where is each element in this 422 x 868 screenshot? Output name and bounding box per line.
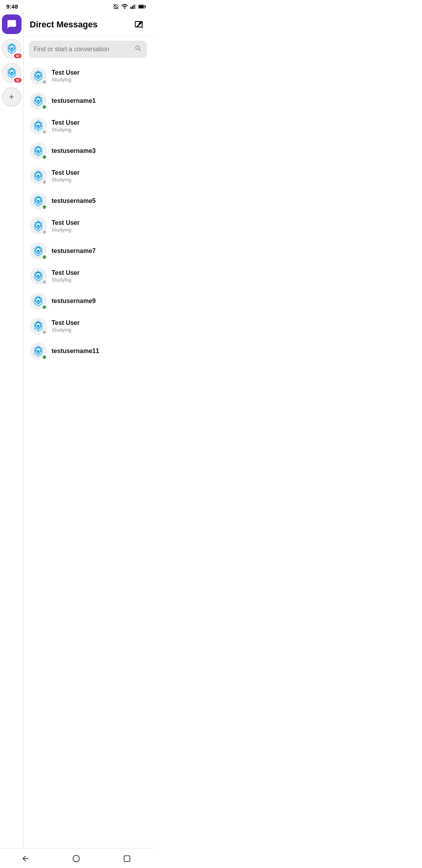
conversation-item[interactable]: testusername11 [23, 339, 152, 364]
avatar-wrap [30, 242, 47, 260]
status-dot [42, 355, 47, 360]
conv-status: Studying [52, 327, 146, 333]
server2-badge: 92 [13, 77, 22, 83]
svg-rect-1 [131, 7, 132, 9]
conversation-item[interactable]: testusername7 [23, 239, 152, 264]
conv-status: Studying [52, 177, 146, 183]
conversation-item[interactable]: Test User Studying [23, 213, 152, 239]
conversation-item[interactable]: Test User Studying [23, 63, 152, 88]
conv-name: Test User [52, 219, 146, 226]
main-content: Direct Messages [23, 11, 152, 848]
conv-info: Test User Studying [52, 269, 146, 283]
svg-rect-4 [135, 4, 136, 9]
conversations-list: Test User Studying testusername1 [23, 61, 152, 848]
battery-icon [138, 4, 146, 9]
conv-info: testusername11 [52, 348, 146, 355]
conv-status: Studying [52, 277, 146, 283]
conv-status: Studying [52, 227, 146, 233]
avatar-wrap [30, 217, 47, 235]
conv-name: testusername3 [52, 147, 146, 154]
conv-name: testusername9 [52, 298, 146, 305]
avatar-wrap [30, 92, 47, 109]
conversation-item[interactable]: Test User Studying [23, 113, 152, 138]
wifi-icon [121, 4, 128, 9]
svg-point-11 [11, 47, 13, 49]
conversation-item[interactable]: Test User Studying [23, 264, 152, 289]
svg-point-24 [37, 100, 39, 102]
avatar-wrap [30, 343, 47, 360]
status-dot [42, 154, 47, 160]
conversation-item[interactable]: testusername9 [23, 289, 152, 314]
conv-name: testusername5 [52, 197, 146, 204]
recent-button[interactable] [117, 852, 137, 866]
avatar-wrap [30, 167, 47, 185]
svg-point-40 [37, 200, 39, 202]
svg-rect-66 [124, 855, 130, 861]
status-dot [42, 179, 47, 185]
svg-point-36 [37, 175, 39, 177]
recent-icon [123, 854, 131, 863]
avatar-wrap [30, 117, 47, 135]
status-dot [42, 230, 47, 235]
svg-rect-2 [132, 6, 133, 9]
search-icon [134, 45, 142, 52]
svg-point-52 [37, 275, 39, 277]
sidebar-server-2[interactable]: 92 [2, 63, 21, 82]
message-icon [7, 19, 17, 29]
conv-info: Test User Studying [52, 69, 146, 82]
header: Direct Messages [23, 11, 152, 37]
compose-button[interactable] [132, 18, 146, 32]
signal-icon [130, 4, 136, 9]
status-dot [42, 330, 47, 335]
svg-point-44 [37, 225, 39, 227]
avatar-wrap [30, 192, 47, 210]
conv-name: testusername1 [52, 97, 146, 104]
conversation-item[interactable]: testusername1 [23, 88, 152, 113]
conv-name: Test User [52, 269, 146, 276]
conv-status: Studying [52, 127, 146, 133]
sidebar: 92 92 + [0, 11, 23, 848]
search-bar[interactable] [29, 41, 147, 58]
svg-point-64 [37, 350, 39, 352]
page-title: Direct Messages [30, 20, 98, 30]
conversation-item[interactable]: Test User Studying [23, 314, 152, 339]
status-dot [42, 204, 47, 210]
add-server-button[interactable]: + [2, 87, 21, 107]
avatar-wrap [30, 67, 47, 84]
conv-info: Test User Studying [52, 119, 146, 133]
conv-status: Studying [52, 77, 146, 82]
home-icon [72, 854, 80, 863]
back-icon [21, 854, 30, 863]
conversation-item[interactable]: testusername5 [23, 188, 152, 213]
conv-info: Test User Studying [52, 219, 146, 233]
mute-icon [113, 4, 119, 10]
conversation-item[interactable]: testusername3 [23, 138, 152, 163]
conv-name: Test User [52, 169, 146, 176]
compose-icon [134, 20, 144, 29]
home-button[interactable] [66, 852, 86, 866]
conv-name: testusername7 [52, 247, 146, 255]
back-button[interactable] [16, 852, 35, 866]
svg-point-65 [73, 855, 80, 862]
status-dot [42, 79, 47, 84]
svg-rect-3 [134, 5, 135, 9]
sidebar-logo[interactable] [2, 14, 21, 34]
status-icons [113, 4, 146, 10]
status-dot [42, 305, 47, 310]
status-dot [42, 280, 47, 285]
svg-point-56 [37, 300, 39, 302]
status-dot [42, 104, 47, 109]
conv-info: Test User Studying [52, 319, 146, 333]
conversation-item[interactable]: Test User Studying [23, 163, 152, 188]
server1-badge: 92 [13, 53, 22, 59]
avatar-wrap [30, 142, 47, 160]
sidebar-server-1[interactable]: 92 [2, 39, 21, 58]
svg-point-20 [37, 75, 39, 77]
svg-point-28 [37, 125, 39, 127]
app-container: 92 92 + Direct Messages [0, 11, 152, 848]
search-input[interactable] [34, 46, 131, 53]
conv-name: Test User [52, 119, 146, 126]
conv-info: testusername3 [52, 147, 146, 154]
avatar-wrap [30, 317, 47, 335]
conv-info: testusername5 [52, 197, 146, 204]
